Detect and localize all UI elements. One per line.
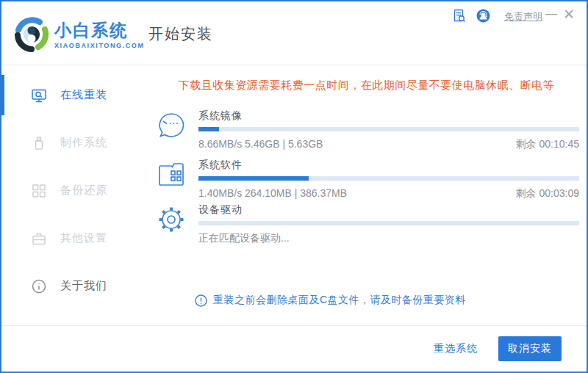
disclaimer-link[interactable]: 免责声明 (504, 10, 542, 23)
main-content: 下载且收集资源需要耗费一点时间，在此期间尽量不要使电脑休眠、断电等 系统镜像 (148, 65, 587, 325)
sidebar-item-label: 备份还原 (60, 184, 107, 198)
page-title: 开始安装 (148, 24, 213, 44)
reselect-system-button[interactable]: 重选系统 (434, 342, 478, 355)
sidebar-item-label: 制作系统 (60, 136, 107, 150)
sidebar-item-label: 关于我们 (60, 279, 107, 293)
task-title: 系统镜像 (198, 108, 579, 123)
disclaimer-doc-icon[interactable] (453, 9, 466, 23)
warning-info-icon (195, 294, 207, 307)
task-status-text: 正在匹配设备驱动... (198, 231, 290, 245)
customer-service-icon[interactable] (476, 9, 490, 23)
app-window: 小白系统 XIAOBAIXITONG.COM 开始安装 免责声明 — (0, 0, 588, 373)
usb-icon (31, 135, 47, 151)
progress-bar-track (198, 176, 579, 181)
sidebar-item-about-us[interactable]: 关于我们 (1, 262, 148, 310)
brand-name: 小白系统 (54, 21, 145, 40)
sidebar-item-online-reinstall[interactable]: 在线重装 (1, 71, 148, 119)
sidebar: 在线重装 制作系统 (1, 65, 148, 325)
progress-bar-fill (198, 127, 219, 131)
minimize-button[interactable]: — (542, 6, 560, 22)
task-system-image: 系统镜像 8.66MB/s 5.46GB | 5.63GB 剩余 00:10:4… (154, 108, 579, 151)
task-speed-size: 1.40MB/s 264.10MB | 386.37MB (198, 186, 347, 200)
footer: 重选系统 取消安装 (1, 325, 587, 372)
sidebar-item-other-settings[interactable]: 其他设置 (1, 214, 148, 262)
sidebar-item-make-system[interactable]: 制作系统 (1, 119, 148, 167)
folder-icon (154, 157, 189, 192)
cancel-install-button[interactable]: 取消安装 (498, 336, 562, 361)
task-remaining-time: 剩余 00:10:45 (516, 137, 579, 151)
task-system-software: 系统软件 1.40MB/s 264.10MB | 386.37MB 剩余 00:… (154, 157, 579, 200)
task-device-driver: 设备驱动 正在匹配设备驱动... (154, 202, 579, 245)
brand-domain: XIAOBAIXITONG.COM (54, 42, 145, 49)
sidebar-item-label: 在线重装 (60, 88, 107, 102)
close-button[interactable]: ✕ (560, 4, 578, 24)
progress-bar-track (198, 127, 579, 131)
sidebar-item-backup-restore[interactable]: 备份还原 (1, 167, 148, 214)
toolbox-icon (31, 231, 47, 247)
backup-blocks-icon (31, 183, 47, 199)
task-title: 设备驱动 (198, 202, 579, 217)
face-icon (154, 108, 189, 143)
task-speed-size: 8.66MB/s 5.46GB | 5.63GB (198, 137, 323, 151)
gear-icon (154, 202, 189, 237)
task-title: 系统软件 (198, 157, 579, 172)
info-icon (31, 278, 47, 294)
task-remaining-time: 剩余 00:03:09 (516, 186, 579, 200)
notice-text: 重装之前会删除桌面及C盘文件，请及时备份重要资料 (213, 294, 466, 307)
body: 在线重装 制作系统 (1, 65, 587, 325)
brand-block: 小白系统 XIAOBAIXITONG.COM (54, 21, 145, 49)
progress-bar-fill (198, 176, 309, 181)
backup-warning-notice: 重装之前会删除桌面及C盘文件，请及时备份重要资料 (195, 294, 579, 307)
header: 小白系统 XIAOBAIXITONG.COM 开始安装 免责声明 — (1, 1, 587, 65)
progress-bar-track (198, 221, 579, 225)
brand-logo-icon (14, 17, 49, 52)
download-tip-text: 下载且收集资源需要耗费一点时间，在此期间尽量不要使电脑休眠、断电等 (154, 77, 579, 93)
sidebar-item-label: 其他设置 (60, 231, 107, 245)
monitor-icon (31, 87, 47, 104)
